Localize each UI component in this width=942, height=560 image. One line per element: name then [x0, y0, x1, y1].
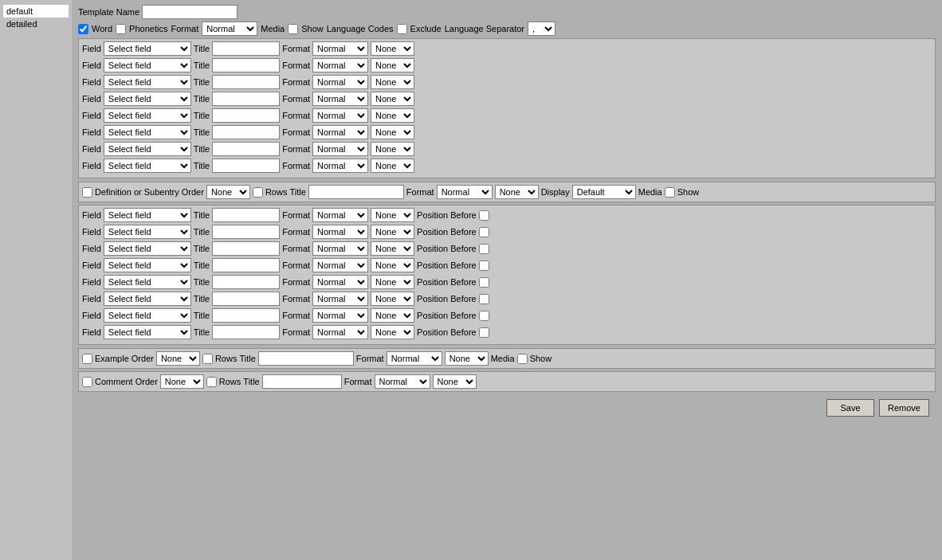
- def-field-select-1[interactable]: Select field: [104, 225, 191, 239]
- position-before-checkbox-5[interactable]: [479, 294, 489, 304]
- save-button[interactable]: Save: [826, 399, 874, 417]
- lang-sep-select[interactable]: ,;/: [528, 22, 555, 36]
- word-format-select-1[interactable]: NormalBoldItalic: [312, 58, 368, 72]
- def-title-input[interactable]: [308, 185, 404, 199]
- def-title-input-5[interactable]: [212, 292, 280, 306]
- ex-rows-checkbox[interactable]: [202, 354, 213, 364]
- word-none-select-7[interactable]: None: [371, 159, 414, 173]
- word-title-input-7[interactable]: [212, 159, 280, 173]
- word-title-input-4[interactable]: [212, 108, 280, 123]
- word-title-input-0[interactable]: [212, 41, 280, 56]
- def-format-select-6[interactable]: NormalBoldItalic: [312, 308, 368, 323]
- word-format-select-0[interactable]: NormalBoldItalic: [312, 41, 368, 56]
- def-format-select-2[interactable]: NormalBoldItalic: [312, 241, 368, 256]
- word-none-select-4[interactable]: None: [371, 108, 414, 123]
- def-title-input-1[interactable]: [212, 225, 280, 239]
- def-none-select-7[interactable]: None: [371, 325, 414, 339]
- position-before-checkbox-0[interactable]: [479, 210, 489, 221]
- word-title-input-3[interactable]: [212, 92, 280, 106]
- def-none-select-4[interactable]: None: [371, 275, 414, 289]
- def-none-select-6[interactable]: None: [371, 308, 414, 323]
- position-before-checkbox-2[interactable]: [479, 244, 489, 254]
- def-format-select-0[interactable]: NormalBoldItalic: [312, 208, 368, 222]
- sidebar-item-detailed[interactable]: detailed: [3, 18, 69, 30]
- def-field-select-6[interactable]: Select field: [104, 308, 191, 323]
- def-none-select-3[interactable]: None: [371, 258, 414, 272]
- phonetics-checkbox[interactable]: [116, 24, 126, 34]
- sidebar-item-default[interactable]: default: [3, 5, 69, 18]
- def-none-select-0[interactable]: None: [371, 208, 414, 222]
- word-none-select-0[interactable]: None: [371, 41, 414, 56]
- template-name-input[interactable]: [142, 5, 237, 19]
- position-before-checkbox-4[interactable]: [479, 277, 489, 288]
- def-title-input-4[interactable]: [212, 275, 280, 289]
- ex-format-select[interactable]: NormalBoldItalic: [387, 351, 442, 366]
- word-field-select-4[interactable]: Select field: [104, 108, 191, 123]
- remove-button[interactable]: Remove: [879, 399, 929, 417]
- word-none-select-6[interactable]: None: [371, 142, 414, 156]
- exclude-checkbox[interactable]: [397, 24, 407, 34]
- word-format-select-7[interactable]: NormalBoldItalic: [312, 159, 368, 173]
- ex-title-input[interactable]: [258, 351, 354, 366]
- cmt-title-input[interactable]: [262, 374, 342, 389]
- def-none-select-2[interactable]: None: [371, 241, 414, 256]
- definition-checkbox[interactable]: [82, 187, 92, 198]
- def-title-input-3[interactable]: [212, 258, 280, 272]
- word-format-select-2[interactable]: NormalBoldItalic: [312, 75, 368, 89]
- word-field-select-7[interactable]: Select field: [104, 159, 191, 173]
- def-format-select-5[interactable]: NormalBoldItalic: [312, 292, 368, 306]
- def-rows-checkbox[interactable]: [253, 187, 263, 198]
- position-before-checkbox-3[interactable]: [479, 260, 489, 271]
- def-display-select[interactable]: DefaultBlockInline: [572, 185, 636, 199]
- def-format-select-7[interactable]: NormalBoldItalic: [312, 325, 368, 339]
- def-field-select-2[interactable]: Select field: [104, 241, 191, 256]
- word-field-select-1[interactable]: Select field: [104, 58, 191, 72]
- word-field-select-0[interactable]: Select field: [104, 41, 191, 56]
- show-checkbox-top[interactable]: [288, 24, 298, 34]
- word-format-select-5[interactable]: NormalBoldItalic: [312, 125, 368, 139]
- def-field-select-4[interactable]: Select field: [104, 275, 191, 289]
- def-format-select-3[interactable]: NormalBoldItalic: [312, 258, 368, 272]
- def-none-select-1[interactable]: None: [371, 225, 414, 239]
- word-title-input-2[interactable]: [212, 75, 280, 89]
- def-field-select-5[interactable]: Select field: [104, 292, 191, 306]
- example-checkbox[interactable]: [82, 354, 92, 364]
- cmt-none-select[interactable]: None: [433, 374, 477, 389]
- def-show-checkbox[interactable]: [665, 187, 675, 198]
- word-field-select-2[interactable]: Select field: [104, 75, 191, 89]
- def-title-input-0[interactable]: [212, 208, 280, 222]
- word-title-input-5[interactable]: [212, 125, 280, 139]
- word-field-select-6[interactable]: Select field: [104, 142, 191, 156]
- def-format-select[interactable]: NormalBoldItalic: [437, 185, 493, 199]
- def-format-select-4[interactable]: NormalBoldItalic: [312, 275, 368, 289]
- word-none-select-2[interactable]: None: [371, 75, 414, 89]
- cmt-order-select[interactable]: None12: [160, 374, 204, 389]
- def-order-select[interactable]: None12: [206, 185, 250, 199]
- position-before-checkbox-6[interactable]: [479, 311, 489, 321]
- ex-order-select[interactable]: None12: [156, 351, 200, 366]
- comment-checkbox[interactable]: [82, 377, 92, 387]
- word-format-select-4[interactable]: NormalBoldItalic: [312, 108, 368, 123]
- word-none-select-5[interactable]: None: [371, 125, 414, 139]
- word-none-select-1[interactable]: None: [371, 58, 414, 72]
- def-field-select-0[interactable]: Select field: [104, 208, 191, 222]
- word-title-input-1[interactable]: [212, 58, 280, 72]
- def-field-select-3[interactable]: Select field: [104, 258, 191, 272]
- def-title-input-7[interactable]: [212, 325, 280, 339]
- def-none-select-5[interactable]: None: [371, 292, 414, 306]
- word-field-select-3[interactable]: Select field: [104, 92, 191, 106]
- word-checkbox[interactable]: [78, 24, 88, 34]
- position-before-checkbox-1[interactable]: [479, 227, 489, 237]
- def-title-input-2[interactable]: [212, 241, 280, 256]
- ex-none-select[interactable]: None: [445, 351, 489, 366]
- def-field-select-7[interactable]: Select field: [104, 325, 191, 339]
- word-field-select-5[interactable]: Select field: [104, 125, 191, 139]
- position-before-checkbox-7[interactable]: [479, 327, 489, 338]
- cmt-rows-checkbox[interactable]: [206, 377, 217, 387]
- word-format-select-3[interactable]: NormalBoldItalic: [312, 92, 368, 106]
- def-none-select[interactable]: None: [495, 185, 539, 199]
- word-title-input-6[interactable]: [212, 142, 280, 156]
- ex-show-checkbox[interactable]: [517, 354, 528, 364]
- word-format-select-6[interactable]: NormalBoldItalic: [312, 142, 368, 156]
- def-title-input-6[interactable]: [212, 308, 280, 323]
